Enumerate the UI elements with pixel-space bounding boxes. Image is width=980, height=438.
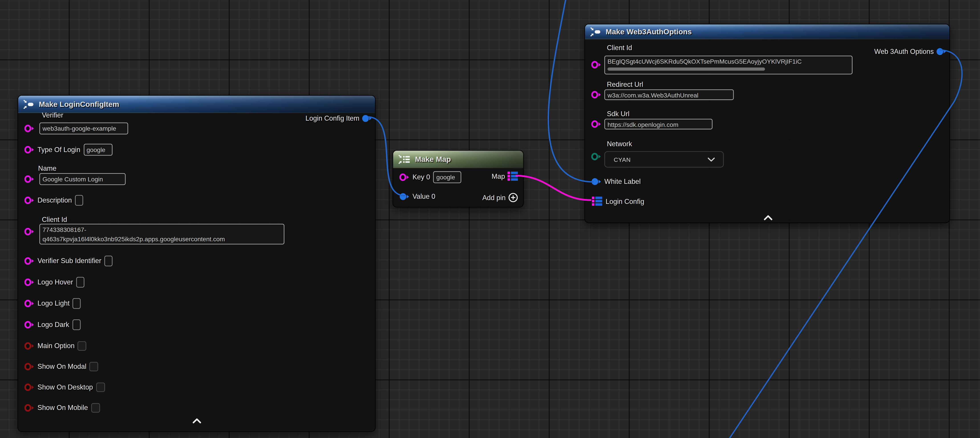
pin-label-redirect-url: Redirect Url: [607, 81, 643, 88]
network-dropdown[interactable]: CYAN: [605, 151, 724, 167]
description-input[interactable]: [75, 195, 83, 205]
logo-dark-input[interactable]: [72, 319, 81, 330]
redirect-url-value: w3a://com.w3a.Web3AuthUnreal: [608, 92, 698, 99]
pin-label-type-of-login: Type Of Login: [38, 145, 80, 153]
output-pin-label: Login Config Item: [305, 115, 360, 122]
pin-login-config-item-output[interactable]: [362, 114, 372, 123]
node-make-loginconfigitem[interactable]: Make LoginConfigItem Login Config Item V…: [18, 95, 375, 432]
pin-label-logo-dark: Logo Dark: [38, 321, 69, 328]
collapse-node-chevron-icon[interactable]: [763, 214, 773, 221]
pin-label-show-on-modal: Show On Modal: [38, 363, 87, 370]
pin-name[interactable]: [24, 175, 35, 183]
pin-value-0[interactable]: [399, 192, 409, 201]
pin-label-client-id: Client Id: [607, 44, 632, 51]
pin-label-show-on-mobile: Show On Mobile: [38, 404, 88, 411]
name-value: Google Custom Login: [43, 175, 103, 183]
show-on-mobile-checkbox[interactable]: [91, 403, 100, 412]
output-pin-label: Web 3Auth Options: [874, 48, 934, 55]
pin-label-description: Description: [38, 196, 72, 204]
key-0-input[interactable]: google: [433, 171, 461, 183]
pin-label-white-label: White Label: [605, 178, 641, 185]
pin-client-id[interactable]: [591, 61, 601, 69]
node-title: Make Map: [415, 154, 451, 163]
pin-label-logo-hover: Logo Hover: [38, 278, 73, 286]
verifier-sub-identifier-input[interactable]: [104, 255, 113, 266]
pin-label-show-on-desktop: Show On Desktop: [38, 383, 93, 391]
pin-description[interactable]: [24, 196, 35, 204]
collapse-node-chevron-icon[interactable]: [192, 417, 202, 424]
redirect-url-input[interactable]: w3a://com.w3a.Web3AuthUnreal: [605, 89, 733, 100]
make-map-icon: [398, 154, 410, 164]
pin-sdk-url[interactable]: [591, 120, 601, 128]
pin-verifier[interactable]: [24, 124, 35, 133]
client-id-input[interactable]: BEglQSgt4cUWcj6SKRdu5QkOXTsePmMcusG5EAoy…: [605, 56, 853, 74]
verifier-value: web3auth-google-example: [43, 125, 116, 132]
pin-main-option[interactable]: [24, 342, 35, 350]
type-of-login-value: google: [87, 146, 105, 153]
pin-map-output[interactable]: [508, 171, 518, 182]
client-id-input[interactable]: 774338308167- q463s7kpvja16l4l0kko3nb925…: [40, 224, 285, 245]
wire-map-to-login-config[interactable]: [515, 175, 591, 200]
pin-logo-light[interactable]: [24, 299, 35, 307]
pin-show-on-mobile[interactable]: [24, 403, 35, 412]
add-pin-label: Add pin: [482, 194, 506, 201]
pin-label-network: Network: [607, 140, 632, 148]
pin-label-logo-light: Logo Light: [38, 299, 70, 307]
pin-verifier-sub-identifier[interactable]: [24, 256, 35, 265]
pin-login-config[interactable]: [592, 196, 603, 206]
chevron-down-icon: [707, 157, 715, 162]
pin-label-main-option: Main Option: [38, 342, 75, 349]
node-header-make-web3authoptions[interactable]: Make Web3AuthOptions: [585, 24, 949, 40]
key-0-value: google: [436, 174, 455, 180]
pin-web3auth-options-output[interactable]: [936, 47, 946, 56]
pin-type-of-login[interactable]: [24, 145, 35, 154]
pin-logo-hover[interactable]: [24, 278, 35, 286]
node-header-make-map[interactable]: Make Map: [393, 151, 523, 168]
pin-show-on-desktop[interactable]: [24, 383, 35, 391]
show-on-modal-checkbox[interactable]: [89, 362, 98, 371]
sdk-url-input[interactable]: https://sdk.openlogin.com: [605, 119, 713, 129]
pin-show-on-modal[interactable]: [24, 362, 35, 371]
pin-label-key-0: Key 0: [412, 173, 430, 181]
logo-hover-input[interactable]: [76, 277, 84, 287]
pin-white-label[interactable]: [591, 177, 601, 185]
node-header-make-loginconfigitem[interactable]: Make LoginConfigItem: [18, 96, 375, 113]
network-selected-value: CYAN: [605, 156, 708, 163]
pin-network[interactable]: [591, 153, 601, 161]
pin-label-client-id: Client Id: [42, 216, 67, 223]
name-input[interactable]: Google Custom Login: [40, 173, 126, 185]
node-make-web3authoptions[interactable]: Make Web3AuthOptions Web 3Auth Options C…: [584, 24, 950, 223]
pin-key-0[interactable]: [399, 173, 409, 181]
pin-label-value-0: Value 0: [412, 193, 436, 200]
make-struct-icon: [23, 99, 35, 109]
make-struct-icon: [590, 27, 601, 37]
type-of-login-input[interactable]: google: [83, 143, 112, 155]
node-make-map[interactable]: Make Map Key 0 google Map Value 0 Add pi…: [393, 150, 524, 207]
logo-light-input[interactable]: [73, 298, 81, 309]
client-id-value-line2: q463s7kpvja16l4l0kko3nb925ikds2p.apps.go…: [43, 234, 281, 244]
pin-logo-dark[interactable]: [24, 320, 35, 328]
pin-label-map-output: Map: [492, 172, 505, 180]
pin-label-name: Name: [38, 164, 56, 172]
pin-label-login-config: Login Config: [606, 197, 644, 205]
add-pin-plus-icon[interactable]: [508, 193, 518, 202]
client-id-value-line1: 774338308167-: [43, 225, 281, 234]
client-id-scrollbar[interactable]: [608, 67, 765, 70]
sdk-url-value: https://sdk.openlogin.com: [608, 121, 678, 128]
pin-label-verifier-sub-identifier: Verifier Sub Identifier: [38, 257, 102, 264]
pin-client-id[interactable]: [24, 228, 35, 236]
main-option-checkbox[interactable]: [78, 341, 86, 350]
node-title: Make Web3AuthOptions: [606, 27, 692, 36]
blueprint-graph-canvas[interactable]: Make LoginConfigItem Login Config Item V…: [0, 0, 980, 438]
verifier-input[interactable]: web3auth-google-example: [40, 123, 128, 134]
pin-label-sdk-url: Sdk Url: [607, 110, 629, 118]
node-title: Make LoginConfigItem: [39, 100, 119, 108]
show-on-desktop-checkbox[interactable]: [96, 382, 105, 392]
pin-redirect-url[interactable]: [591, 91, 601, 99]
pin-label-verifier: Verifier: [42, 111, 63, 119]
client-id-value: BEglQSgt4cUWcj6SKRdu5QkOXTsePmMcusG5EAoy…: [608, 57, 850, 66]
